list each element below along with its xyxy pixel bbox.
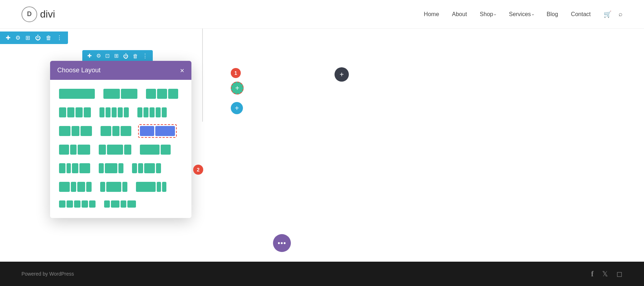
col2	[111, 200, 119, 208]
row-more-icon[interactable]: ⋮	[142, 53, 148, 59]
col4	[86, 182, 92, 192]
more-icon[interactable]: ⋮	[57, 34, 62, 41]
col2	[67, 200, 73, 208]
col1	[99, 163, 104, 173]
nav-item-shop[interactable]: Shop	[480, 11, 496, 18]
layout-option-r5c[interactable]	[130, 161, 163, 175]
nav-item-about[interactable]: About	[452, 11, 467, 18]
settings-icon[interactable]: ⚙	[15, 34, 20, 41]
layout-row-2	[57, 106, 184, 119]
modal-close-button[interactable]: ×	[180, 67, 184, 74]
layout-option-4col-b[interactable]	[98, 106, 131, 119]
choose-layout-modal: Choose Layout ×	[50, 61, 191, 218]
instagram-icon[interactable]: ◻	[616, 270, 623, 278]
layout-option-r7b[interactable]	[102, 199, 138, 209]
col2	[67, 107, 74, 117]
row-grid-icon[interactable]: ⊞	[114, 53, 119, 59]
add-section-icon[interactable]: ✚	[6, 34, 10, 41]
layout-option-2col-selected[interactable]	[138, 124, 177, 138]
col2	[143, 107, 148, 117]
cart-icon[interactable]: 🛒	[604, 10, 611, 18]
row-delete-icon[interactable]: 🗑	[133, 53, 138, 59]
search-icon[interactable]: ⌕	[619, 10, 623, 18]
layout-option-3b[interactable]	[57, 124, 94, 138]
layout-option-r7a[interactable]	[57, 199, 97, 209]
services-chevron	[532, 11, 534, 18]
twitter-icon[interactable]: 𝕏	[602, 270, 608, 278]
col2	[106, 107, 111, 117]
nav-item-services[interactable]: Services	[509, 11, 533, 18]
delete-icon[interactable]: 🗑	[46, 35, 52, 41]
col3	[144, 163, 155, 173]
disable-icon[interactable]: ⏻	[35, 35, 41, 41]
layout-row-7	[57, 199, 184, 209]
col3	[74, 200, 80, 208]
col1	[132, 163, 137, 173]
col2	[106, 182, 121, 192]
modal-title: Choose Layout	[57, 67, 101, 74]
layout-option-r6b[interactable]	[98, 180, 129, 194]
layout-option-full[interactable]	[57, 87, 97, 101]
duplicate-icon[interactable]: ⊞	[25, 34, 30, 41]
logo[interactable]: D divi	[21, 6, 55, 22]
divider	[202, 29, 203, 122]
layout-option-r6a[interactable]	[57, 180, 93, 194]
col1	[100, 182, 105, 192]
nav-item-home[interactable]: Home	[424, 11, 439, 18]
layout-row-6	[57, 180, 184, 194]
logo-icon: D	[21, 6, 37, 22]
layout-option-r4c[interactable]	[138, 143, 172, 156]
col1	[136, 182, 156, 192]
dots-icon: •••	[278, 239, 286, 247]
layout-option-3c[interactable]	[99, 124, 133, 138]
footer: Powered by WordPress f 𝕏 ◻	[0, 262, 644, 286]
col1	[104, 200, 110, 208]
col2	[72, 126, 79, 136]
col2	[138, 163, 143, 173]
step-badge-2: 2	[193, 165, 203, 175]
col1	[59, 126, 70, 136]
col2	[161, 145, 171, 155]
row-settings-icon[interactable]: ⚙	[96, 53, 101, 59]
col3	[168, 89, 178, 99]
facebook-icon[interactable]: f	[591, 270, 594, 278]
row-layout-icon[interactable]: ⊡	[105, 53, 110, 59]
nav-item-blog[interactable]: Blog	[547, 11, 558, 18]
col4	[156, 107, 161, 117]
add-section-button[interactable]: +	[335, 67, 349, 82]
add-row-button[interactable]: +	[231, 102, 243, 114]
layout-option-3col[interactable]	[144, 87, 180, 101]
layout-option-2col[interactable]	[102, 87, 139, 101]
col2	[157, 182, 161, 192]
layout-option-r4b[interactable]	[97, 143, 133, 156]
col3	[162, 182, 166, 192]
row-disable-icon[interactable]: ⏻	[123, 53, 128, 59]
add-column-button-1[interactable]: +	[231, 82, 244, 94]
full-col	[59, 89, 95, 99]
col2	[157, 89, 167, 99]
main-nav: Home About Shop Services Blog Contact 🛒 …	[424, 10, 623, 18]
col3	[72, 163, 78, 173]
layout-option-4col-a[interactable]	[57, 106, 93, 119]
layout-option-r5b[interactable]	[97, 161, 125, 175]
layout-option-r4a[interactable]	[57, 143, 92, 156]
layout-row-5	[57, 161, 184, 175]
col2-blue	[155, 126, 175, 136]
modal-body	[50, 80, 191, 218]
col1	[59, 107, 66, 117]
col4	[79, 163, 90, 173]
col3	[78, 145, 90, 155]
layout-option-r6c[interactable]	[134, 180, 168, 194]
col3	[77, 182, 85, 192]
layout-option-4col-c[interactable]	[136, 106, 169, 119]
nav-item-contact[interactable]: Contact	[571, 11, 591, 18]
row-add-icon[interactable]: ✚	[87, 53, 92, 59]
col2	[105, 163, 117, 173]
divi-options-button[interactable]: •••	[273, 234, 291, 252]
layout-option-r5a[interactable]	[57, 161, 92, 175]
col3	[80, 126, 92, 136]
layout-row-4	[57, 143, 184, 156]
col3	[150, 107, 155, 117]
main-content: ✚ ⚙ ⊡ ⊞ ⏻ 🗑 ⋮ Choose Layout ×	[0, 29, 644, 286]
col1	[59, 200, 65, 208]
